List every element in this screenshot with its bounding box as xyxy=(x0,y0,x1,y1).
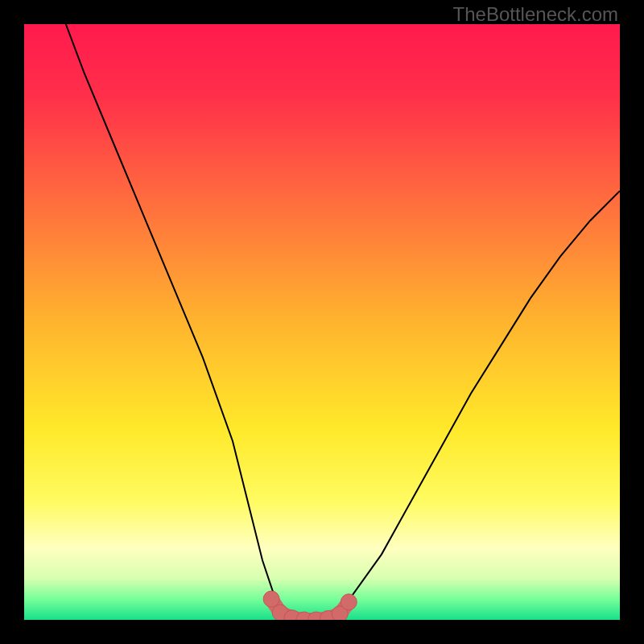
marker-dot xyxy=(341,594,357,610)
chart-container: TheBottleneck.com xyxy=(0,0,644,644)
bottleneck-curve xyxy=(66,24,620,620)
marker-dot xyxy=(263,591,279,607)
marker-group xyxy=(263,591,357,620)
watermark-text: TheBottleneck.com xyxy=(453,3,618,26)
plot-area xyxy=(24,24,620,620)
curve-layer xyxy=(24,24,620,620)
